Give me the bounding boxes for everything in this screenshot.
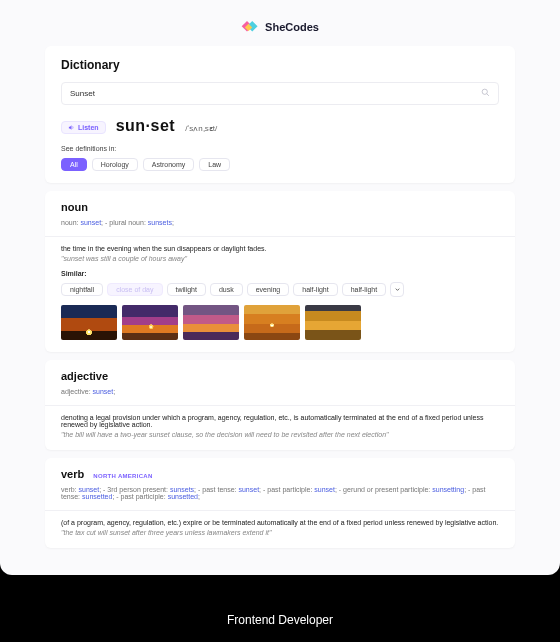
brand-name: SheCodes xyxy=(265,21,319,33)
shecodes-logo-icon xyxy=(241,18,259,36)
grammar-adjective: adjective: sunset; xyxy=(61,388,499,395)
divider xyxy=(45,236,515,237)
image-thumbnail[interactable] xyxy=(183,305,239,340)
region-tag: NORTH AMERICAN xyxy=(93,473,152,479)
word-row: Listen sun·set /ˈsʌnˌsɛt/ xyxy=(61,117,499,135)
search-icon[interactable] xyxy=(481,88,490,99)
category-chips: All Horology Astronomy Law xyxy=(61,158,499,171)
see-definitions-label: See definitions in: xyxy=(61,145,499,152)
entry-verb: verb NORTH AMERICAN verb: sunset; - 3rd … xyxy=(45,458,515,548)
definition-adjective: denoting a legal provision under which a… xyxy=(61,414,499,428)
category-chip-all[interactable]: All xyxy=(61,158,87,171)
pos-noun: noun xyxy=(61,201,499,213)
category-chip-horology[interactable]: Horology xyxy=(92,158,138,171)
chevron-down-icon xyxy=(394,286,401,293)
phonetic: /ˈsʌnˌsɛt/ xyxy=(185,124,217,133)
brand-header: SheCodes xyxy=(45,12,515,46)
speaker-icon xyxy=(68,124,75,131)
page-footer: Frontend Developer xyxy=(0,575,560,627)
dictionary-header-card: Dictionary Listen sun·set /ˈsʌnˌsɛt/ See… xyxy=(45,46,515,183)
similar-chip[interactable]: dusk xyxy=(210,283,243,296)
divider xyxy=(45,405,515,406)
example-verb: "the tax cut will sunset after three yea… xyxy=(61,529,499,536)
svg-point-3 xyxy=(482,89,487,94)
image-thumbnail[interactable] xyxy=(122,305,178,340)
similar-chip[interactable]: nightfall xyxy=(61,283,103,296)
pos-verb: verb NORTH AMERICAN xyxy=(61,468,499,480)
category-chip-law[interactable]: Law xyxy=(199,158,230,171)
similar-chip[interactable]: evening xyxy=(247,283,290,296)
similar-more-button[interactable] xyxy=(390,282,404,297)
page-title: Dictionary xyxy=(61,58,499,72)
grammar-verb: verb: sunset; - 3rd person present: suns… xyxy=(61,486,499,500)
image-thumbnail[interactable] xyxy=(244,305,300,340)
pos-verb-label: verb xyxy=(61,468,84,480)
entry-adjective: adjective adjective: sunset; denoting a … xyxy=(45,360,515,450)
search-input-wrapper[interactable] xyxy=(61,82,499,105)
svg-line-4 xyxy=(487,94,489,96)
definition-verb: (of a program, agency, regulation, etc.)… xyxy=(61,519,499,526)
search-input[interactable] xyxy=(70,89,481,98)
category-chip-astronomy[interactable]: Astronomy xyxy=(143,158,194,171)
app-screenshot: SheCodes Dictionary Listen sun·set /ˈsʌn… xyxy=(0,0,560,575)
divider xyxy=(45,510,515,511)
listen-label: Listen xyxy=(78,124,99,131)
similar-chip[interactable]: half-light xyxy=(293,283,337,296)
image-results xyxy=(61,305,499,340)
similar-chip[interactable]: twilight xyxy=(167,283,206,296)
similar-chip[interactable]: half-light xyxy=(342,283,386,296)
listen-button[interactable]: Listen xyxy=(61,121,106,134)
definition-noun: the time in the evening when the sun dis… xyxy=(61,245,499,252)
image-thumbnail[interactable] xyxy=(61,305,117,340)
similar-chip[interactable]: close of day xyxy=(107,283,162,296)
example-noun: "sunset was still a couple of hours away… xyxy=(61,255,499,262)
pos-adjective: adjective xyxy=(61,370,499,382)
similar-label: Similar: xyxy=(61,270,499,277)
example-adjective: "the bill will have a two-year sunset cl… xyxy=(61,431,499,438)
entry-noun: noun noun: sunset; - plural noun: sunset… xyxy=(45,191,515,352)
grammar-noun: noun: sunset; - plural noun: sunsets; xyxy=(61,219,499,226)
image-thumbnail[interactable] xyxy=(305,305,361,340)
similar-chips: nightfall close of day twilight dusk eve… xyxy=(61,282,499,297)
headword: sun·set xyxy=(116,117,176,135)
